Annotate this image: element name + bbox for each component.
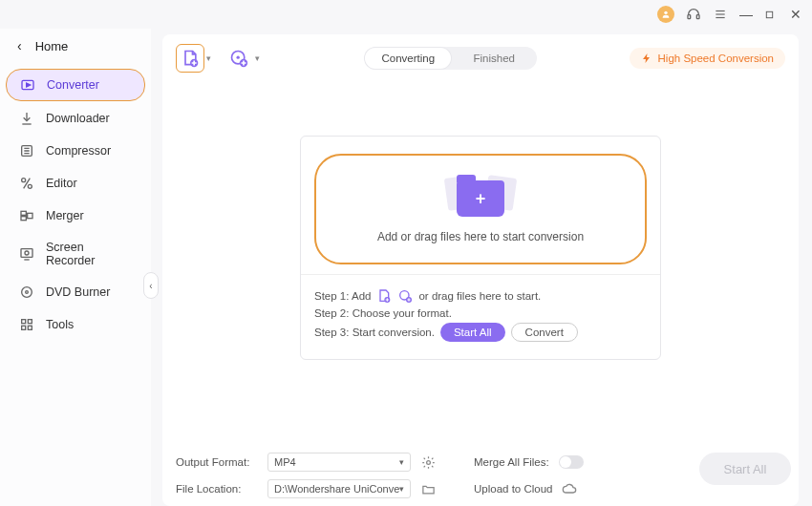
- svg-point-11: [28, 184, 32, 188]
- svg-rect-20: [22, 320, 26, 324]
- compressor-icon: [19, 143, 34, 158]
- sidebar-item-label: Editor: [46, 177, 77, 190]
- back-icon: ‹: [17, 38, 22, 53]
- sidebar-item-label: Merger: [46, 209, 84, 222]
- sidebar-item-dvd-burner[interactable]: DVD Burner: [6, 277, 145, 307]
- svg-point-31: [426, 460, 430, 464]
- add-file-dropdown-caret[interactable]: ▾: [206, 53, 211, 63]
- lightning-icon: [641, 53, 652, 64]
- svg-marker-8: [27, 83, 31, 87]
- menu-icon[interactable]: [713, 7, 728, 22]
- step-2: Step 2: Choose your format.: [314, 307, 647, 319]
- svg-rect-1: [688, 15, 691, 19]
- convert-step-button[interactable]: Convert: [511, 323, 578, 342]
- merge-all-toggle[interactable]: [559, 455, 584, 469]
- sidebar-item-label: Converter: [47, 78, 99, 92]
- maximize-button[interactable]: [764, 10, 778, 20]
- svg-point-18: [22, 287, 32, 298]
- headset-icon[interactable]: [686, 7, 701, 22]
- start-all-button[interactable]: Start All: [699, 453, 791, 485]
- svg-rect-14: [21, 217, 26, 221]
- sidebar-item-label: Downloader: [46, 112, 110, 125]
- dvd-burner-icon: [19, 285, 34, 300]
- collapse-sidebar-button[interactable]: ‹: [143, 272, 159, 299]
- dropzone-panel: + Add or drag files here to start conver…: [300, 136, 661, 360]
- svg-point-0: [664, 11, 667, 14]
- close-button[interactable]: ✕: [789, 7, 802, 22]
- svg-rect-16: [21, 249, 32, 258]
- sidebar-item-screen-recorder[interactable]: Screen Recorder: [6, 233, 145, 275]
- sidebar-item-converter[interactable]: Converter: [6, 69, 145, 101]
- file-location-select[interactable]: D:\Wondershare UniConverter 1 ▾: [267, 479, 411, 498]
- sidebar-item-downloader[interactable]: Downloader: [6, 103, 145, 134]
- svg-rect-15: [28, 213, 32, 218]
- cloud-icon[interactable]: [562, 481, 577, 496]
- svg-point-19: [26, 291, 29, 294]
- chevron-down-icon: ▾: [399, 457, 404, 467]
- sidebar-item-label: Tools: [46, 318, 74, 331]
- svg-point-10: [22, 179, 26, 182]
- add-disc-dropdown-caret[interactable]: ▾: [255, 53, 260, 63]
- settings-icon[interactable]: [420, 454, 436, 470]
- dropzone[interactable]: + Add or drag files here to start conver…: [314, 154, 647, 264]
- high-speed-conversion-button[interactable]: High Speed Conversion: [630, 48, 785, 69]
- svg-rect-23: [28, 326, 32, 329]
- svg-rect-6: [766, 11, 772, 17]
- sidebar: ‹ Home Converter Downloader Compressor: [0, 29, 151, 506]
- tab-finished[interactable]: Finished: [451, 48, 537, 69]
- add-disc-button[interactable]: [224, 44, 253, 73]
- dropzone-text: Add or drag files here to start conversi…: [377, 230, 584, 243]
- output-format-select[interactable]: MP4 ▾: [267, 453, 411, 472]
- screen-recorder-icon: [19, 246, 34, 262]
- high-speed-label: High Speed Conversion: [658, 53, 774, 64]
- sidebar-item-label: Compressor: [46, 144, 111, 158]
- step-3: Step 3: Start conversion. Start All Conv…: [314, 323, 647, 342]
- sidebar-item-compressor[interactable]: Compressor: [6, 136, 145, 166]
- svg-point-26: [237, 56, 240, 59]
- home-nav[interactable]: ‹ Home: [0, 34, 151, 67]
- sidebar-item-merger[interactable]: Merger: [6, 200, 145, 231]
- add-disc-icon: [397, 288, 413, 304]
- sidebar-item-editor[interactable]: Editor: [6, 168, 145, 199]
- tab-converting[interactable]: Converting: [365, 48, 451, 69]
- status-tabs: Converting Finished: [365, 47, 537, 70]
- add-file-icon: [376, 288, 392, 304]
- open-folder-icon[interactable]: [420, 481, 436, 496]
- file-location-label: File Location:: [176, 483, 258, 495]
- upload-to-cloud-label: Upload to Cloud: [474, 483, 552, 495]
- step-1: Step 1: Add or drag files here to start.: [314, 288, 647, 304]
- sidebar-item-tools[interactable]: Tools: [6, 309, 145, 340]
- svg-rect-2: [696, 15, 699, 19]
- sidebar-item-label: Screen Recorder: [46, 241, 132, 267]
- svg-point-17: [25, 251, 29, 255]
- minimize-button[interactable]: —: [739, 7, 753, 22]
- editor-icon: [19, 176, 34, 191]
- svg-rect-13: [21, 211, 26, 215]
- start-all-step-button[interactable]: Start All: [440, 323, 505, 342]
- add-folder-icon: +: [450, 175, 511, 221]
- user-avatar[interactable]: [657, 6, 674, 23]
- merge-all-label: Merge All Files:: [474, 456, 549, 468]
- converter-icon: [20, 77, 35, 93]
- svg-rect-22: [22, 326, 26, 329]
- add-file-button[interactable]: [176, 44, 204, 73]
- tools-icon: [19, 317, 34, 332]
- sidebar-item-label: DVD Burner: [46, 285, 110, 299]
- output-format-label: Output Format:: [176, 456, 258, 468]
- svg-rect-21: [28, 320, 32, 324]
- merger-icon: [19, 208, 34, 223]
- svg-line-12: [24, 179, 31, 189]
- chevron-down-icon: ▾: [399, 484, 404, 494]
- downloader-icon: [19, 111, 34, 126]
- home-label: Home: [35, 39, 69, 53]
